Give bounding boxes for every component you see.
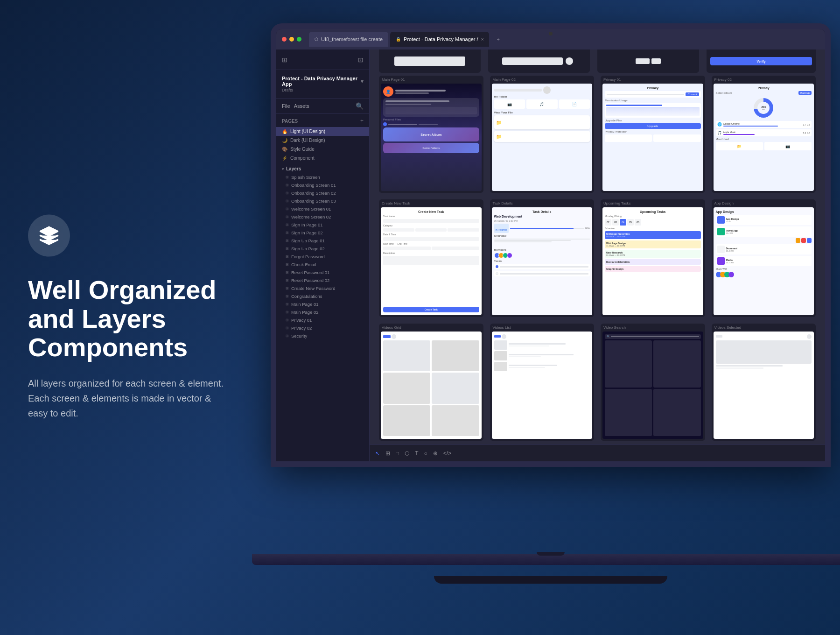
frame-tool[interactable]: ⊞: [385, 450, 390, 457]
shape-tool[interactable]: ⬡: [405, 450, 409, 457]
frame-icon: ⊞: [286, 278, 289, 282]
layer-forgot-password[interactable]: ⊞ Forgot Password: [276, 253, 369, 261]
frame-icon: ⊞: [286, 302, 289, 306]
sidebar: ⊞ ⊡ Protect - Data Privacy Manager App ▾…: [276, 49, 370, 461]
canvas-grid: Main Page 01 👤: [379, 76, 816, 441]
sidebar-nav: File Assets 🔍: [276, 99, 369, 114]
browser-tab-figma[interactable]: ⬡ UI8_themeforest file create: [309, 32, 388, 47]
ellipse-tool[interactable]: ○: [424, 450, 427, 457]
screen-label-videos-grid: Videos Grid: [379, 324, 483, 332]
page-item-dark[interactable]: 🌙 Dark (UI Design): [276, 136, 369, 145]
page-item-light[interactable]: 🔥 Light (UI Design): [276, 127, 369, 136]
layer-reset-password-01[interactable]: ⊞ Reset Password 01: [276, 268, 369, 276]
laptop-base: [252, 554, 840, 565]
layer-reset-password-02[interactable]: ⊞ Reset Password 02: [276, 276, 369, 284]
close-dot[interactable]: [282, 37, 287, 42]
laptop-notch: [537, 552, 565, 556]
layer-signin-01[interactable]: ⊞ Sign In Page 01: [276, 221, 369, 229]
screen-card-videos-selected: Videos Selected: [712, 324, 816, 441]
layer-privacy-01[interactable]: ⊞ Privacy 01: [276, 316, 369, 324]
screen-card-privacy-02: Privacy 02 Privacy Select Album Backup: [712, 76, 816, 193]
layers-list: ⊞ Splash Screen ⊞ Onboarding Screen 01 ⊞…: [276, 173, 369, 340]
sidebar-project: Protect - Data Privacy Manager App ▾ Dra…: [276, 70, 369, 99]
frame-icon: ⊞: [286, 191, 289, 195]
layer-main-page-01[interactable]: ⊞ Main Page 01: [276, 300, 369, 308]
rect-tool[interactable]: □: [396, 450, 399, 457]
layer-welcome-01[interactable]: ⊞ Welcome Screen 01: [276, 205, 369, 213]
pages-list: 🔥 Light (UI Design) 🌙 Dark (UI Design) 🎨…: [276, 126, 369, 163]
bolt-icon: ⚡: [282, 155, 287, 161]
layer-signup-02[interactable]: ⊞ Sign Up Page 02: [276, 245, 369, 253]
laptop-foot: [434, 576, 667, 584]
layer-signin-02[interactable]: ⊞ Sign In Page 02: [276, 229, 369, 237]
layer-onboarding-03[interactable]: ⊞ Onboarding Screen 03: [276, 197, 369, 205]
screen-label-privacy-02: Privacy 02: [712, 76, 816, 84]
frame-icon: ⊞: [286, 334, 289, 338]
browser-tabs: ⬡ UI8_themeforest file create 🔒 Protect …: [309, 32, 819, 47]
pages-add-button[interactable]: +: [360, 118, 364, 124]
screen-preview-upcoming-tasks: Upcoming Tasks Monday, 05 Aug 02 03 04 0…: [602, 207, 703, 315]
top-card-3: [597, 49, 699, 73]
screen-card-app-design: App Design App Design App Design 32.40: [712, 199, 816, 317]
page-item-style[interactable]: 🎨 Style Guide: [276, 145, 369, 154]
layer-splash-screen[interactable]: ⊞ Splash Screen: [276, 173, 369, 181]
layer-welcome-02[interactable]: ⊞ Welcome Screen 02: [276, 213, 369, 221]
page-item-component[interactable]: ⚡ Component: [276, 154, 369, 162]
layer-congratulations[interactable]: ⊞ Congratulations: [276, 292, 369, 300]
screen-label-create-new-task: Create New Task: [379, 199, 483, 207]
screen-preview-videos-list: [492, 332, 593, 439]
layers-stack-icon: [39, 226, 59, 246]
screen-preview-app-design: App Design App Design 32.40: [714, 207, 814, 315]
browser-tab-new[interactable]: +: [491, 32, 505, 47]
pen-tool[interactable]: ⊕: [433, 450, 438, 457]
frame-icon: ⊞: [286, 310, 289, 314]
code-tool[interactable]: </>: [443, 450, 451, 457]
screen-label-videos-list: Videos List: [490, 324, 595, 332]
browser-controls: [282, 37, 301, 42]
screen-card-privacy-01: Privacy 01 Privacy Current Permission Us…: [601, 76, 705, 193]
laptop-mockup: ⬡ UI8_themeforest file create 🔒 Protect …: [252, 23, 840, 584]
screen-label-upcoming-tasks: Upcoming Tasks: [601, 199, 705, 207]
tab-close-icon[interactable]: ×: [481, 37, 484, 42]
layer-main-page-02[interactable]: ⊞ Main Page 02: [276, 308, 369, 316]
text-tool[interactable]: T: [415, 450, 418, 457]
top-card-2: [488, 49, 590, 73]
screen-card-upcoming-tasks: Upcoming Tasks Upcoming Tasks Monday, 05…: [601, 199, 705, 317]
frame-icon: ⊞: [286, 183, 289, 187]
screen-label-app-design: App Design: [712, 199, 816, 207]
frame-icon: ⊞: [286, 270, 289, 275]
nav-file[interactable]: File: [282, 103, 290, 109]
layers-section-header: ▾ Layers: [276, 163, 369, 173]
moon-icon: 🌙: [282, 138, 287, 143]
frame-icon: ⊞: [286, 207, 289, 211]
minimize-dot[interactable]: [289, 37, 294, 42]
frame-icon: ⊞: [286, 215, 289, 219]
layer-privacy-02[interactable]: ⊞ Privacy 02: [276, 324, 369, 332]
screen-label-videos-selected: Videos Selected: [712, 324, 816, 332]
screen-card-videos-grid: Videos Grid: [379, 324, 483, 441]
project-subtitle: Drafts: [282, 88, 364, 92]
frame-icon: ⊞: [286, 223, 289, 227]
layer-signup-01[interactable]: ⊞ Sign Up Page 01: [276, 237, 369, 245]
layer-onboarding-02[interactable]: ⊞ Onboarding Screen 02: [276, 189, 369, 197]
canvas-area: Verify Main Page 01 👤: [370, 49, 825, 461]
select-tool[interactable]: ↖: [375, 450, 380, 457]
canvas-toolbar: ↖ ⊞ □ ⬡ T ○ ⊕ </>: [370, 444, 825, 461]
search-icon[interactable]: 🔍: [356, 102, 364, 110]
frame-icon: ⊞: [286, 294, 289, 298]
layer-check-email[interactable]: ⊞ Check Email: [276, 261, 369, 268]
screen-label-video-search: Video Search: [601, 324, 705, 332]
maximize-dot[interactable]: [297, 37, 301, 42]
fire-icon: 🔥: [282, 129, 287, 134]
expand-icon: ⊡: [358, 56, 364, 64]
laptop-screen: ⬡ UI8_themeforest file create 🔒 Protect …: [276, 29, 825, 461]
layer-security[interactable]: ⊞ Security: [276, 332, 369, 340]
hero-description: All layers organized for each screen & e…: [28, 375, 224, 420]
layer-onboarding-01[interactable]: ⊞ Onboarding Screen 01: [276, 181, 369, 189]
frame-icon: ⊞: [286, 326, 289, 330]
screen-label-privacy-01: Privacy 01: [601, 76, 705, 84]
browser-tab-protect[interactable]: 🔒 Protect - Data Privacy Manager / ×: [390, 32, 489, 47]
nav-assets[interactable]: Assets: [294, 103, 309, 109]
layer-create-new-password[interactable]: ⊞ Create New Password: [276, 284, 369, 292]
screen-preview-create-new-task: Create New Task Task Name Category Date …: [381, 207, 482, 315]
